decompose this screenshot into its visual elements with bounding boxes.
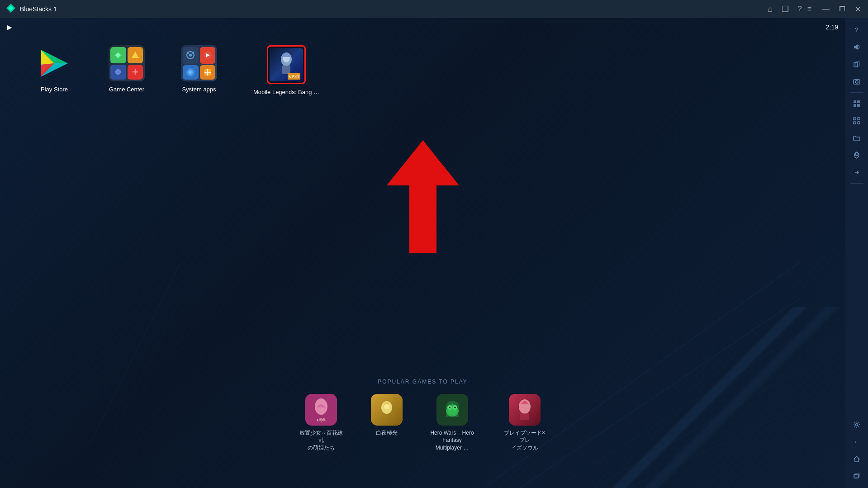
popular-game-4[interactable]: ブレイブソード×ブレイズソウル	[502, 394, 547, 452]
svg-text:NEXT: NEXT	[289, 75, 300, 79]
svg-rect-57	[520, 413, 529, 420]
system-apps-label: System apps	[182, 86, 216, 93]
svg-point-12	[189, 54, 192, 57]
game-label-1: 放置少女～百花繚乱の萌姫たち	[299, 429, 344, 452]
svg-point-19	[190, 71, 191, 73]
rs-recent-apps-button[interactable]	[849, 468, 865, 484]
right-sidebar: ? ←	[845, 18, 868, 488]
play-button-icon[interactable]: ▶	[7, 24, 12, 31]
rs-apps-button[interactable]	[849, 95, 865, 112]
close-button[interactable]: ✕	[853, 5, 863, 14]
home-icon[interactable]: ⌂	[768, 5, 773, 14]
app-title: BlueStacks 1	[20, 5, 768, 13]
help-icon[interactable]: ?	[798, 5, 802, 13]
arrow-head	[387, 140, 459, 185]
svg-marker-58	[854, 44, 858, 50]
svg-rect-68	[858, 118, 860, 120]
icons-area: Play Store	[0, 36, 845, 104]
rs-divider-1	[850, 92, 863, 93]
game-label-4: ブレイブソード×ブレイズソウル	[502, 429, 547, 452]
svg-rect-64	[857, 100, 860, 103]
bluestacks-logo	[5, 3, 16, 15]
system-apps-icon[interactable]: System apps	[181, 45, 217, 93]
svg-rect-67	[854, 118, 856, 120]
mobile-legends-label: Mobile Legends: Bang …	[253, 89, 319, 95]
mobile-legends-icon[interactable]: NEXT Mobile Legends: Bang …	[253, 45, 319, 95]
topbar: ▶ 2:19	[0, 18, 845, 36]
svg-rect-65	[854, 104, 856, 107]
rs-scan-button[interactable]	[849, 113, 865, 129]
red-arrow	[387, 140, 459, 253]
rs-volume-button[interactable]	[849, 39, 865, 55]
svg-rect-63	[854, 100, 856, 103]
rs-rotate-button[interactable]	[849, 56, 865, 72]
svg-point-43	[384, 404, 389, 409]
decorative-lines	[484, 262, 800, 488]
menu-icon[interactable]: ≡	[807, 5, 811, 13]
svg-point-53	[454, 407, 456, 408]
svg-point-72	[856, 424, 858, 426]
rs-location-button[interactable]	[849, 147, 865, 163]
main-layout: ▶ 2:19	[0, 18, 868, 488]
svg-rect-69	[854, 122, 856, 124]
multi-instance-icon[interactable]: ❑	[782, 4, 789, 14]
svg-rect-70	[858, 122, 860, 124]
rs-divider-2	[850, 183, 863, 184]
game-thumb-4	[509, 394, 541, 426]
titlebar: BlueStacks 1 ⌂ ❑ ? ≡ — ⧠ ✕	[0, 0, 868, 18]
window-controls: — ⧠ ✕	[821, 5, 863, 14]
play-store-icon[interactable]: Play Store	[36, 45, 72, 93]
game-label-2: 白夜極光	[376, 429, 398, 437]
game-center-icon[interactable]: Game Center	[109, 45, 145, 93]
maximize-button[interactable]: ⧠	[837, 5, 848, 13]
game-label-3: Hero Wars – HeroFantasy Multiplayer …	[430, 429, 475, 452]
svg-rect-26	[282, 65, 290, 74]
arrow-body	[409, 185, 436, 253]
time-display: 2:19	[826, 24, 838, 31]
ml-icon-highlight: NEXT	[267, 45, 306, 84]
popular-games-list: 4周年 放置少女～百花繚乱の萌姫たち	[0, 394, 845, 452]
game-thumb-3	[436, 394, 468, 426]
game-center-label: Game Center	[109, 86, 144, 93]
game-thumb-2	[371, 394, 403, 426]
ml-icon-img: NEXT	[270, 48, 303, 81]
game-thumb-1: 4周年	[305, 394, 337, 426]
popular-section: POPULAR GAMES TO PLAY 4周年 放置少女～百花繚乱の萌姫たち	[0, 379, 845, 452]
svg-point-62	[855, 81, 858, 83]
popular-game-2[interactable]: 白夜極光	[371, 394, 403, 452]
popular-label: POPULAR GAMES TO PLAY	[0, 379, 845, 385]
rs-back-button[interactable]: ←	[849, 434, 865, 450]
game-center-img	[109, 45, 145, 81]
rs-camera-button[interactable]	[849, 73, 865, 90]
svg-point-71	[855, 153, 858, 156]
svg-line-29	[484, 262, 800, 488]
minimize-button[interactable]: —	[821, 5, 831, 13]
svg-marker-8	[132, 52, 139, 58]
popular-game-1[interactable]: 4周年 放置少女～百花繚乱の萌姫たち	[299, 394, 344, 452]
rs-settings-button[interactable]	[849, 417, 865, 433]
rs-android-home-button[interactable]	[849, 451, 865, 467]
svg-text:4周年: 4周年	[316, 418, 325, 422]
svg-point-52	[449, 407, 451, 408]
svg-rect-66	[857, 104, 860, 107]
title-nav-icons: ⌂ ❑	[768, 4, 789, 14]
system-apps-img	[181, 45, 217, 81]
play-store-label: Play Store	[41, 86, 68, 93]
content-area: ▶ 2:19	[0, 18, 845, 488]
rs-swipe-button[interactable]	[849, 164, 865, 180]
rs-folder-button[interactable]	[849, 130, 865, 146]
rs-help-button[interactable]: ?	[849, 22, 865, 38]
popular-game-3[interactable]: Hero Wars – HeroFantasy Multiplayer …	[430, 394, 475, 452]
